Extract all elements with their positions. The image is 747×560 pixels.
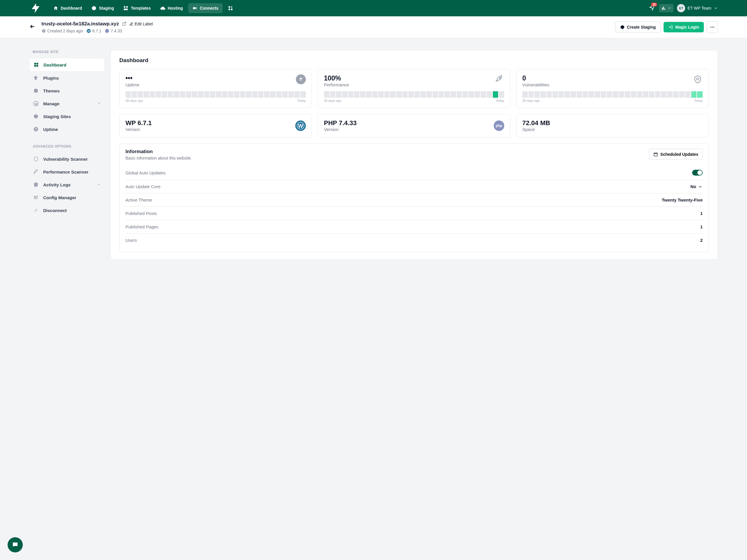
php-icon: php [494,121,504,131]
plug-icon [33,75,39,81]
nav-hosting[interactable]: Hosting [156,3,187,13]
svg-rect-20 [34,65,36,67]
edit-label-button[interactable]: Edit Label [129,22,153,26]
puzzle-icon [33,87,39,94]
chevron-down-icon [668,6,671,10]
sidebar-section-title: MANAGE SITE [29,50,104,54]
team-dropdown[interactable]: ET ET WP Team [677,4,718,12]
sidebar-item-themes[interactable]: Themes [29,84,104,97]
notification-badge: 10 [651,3,657,6]
sidebar-item-manage[interactable]: Manage [29,97,104,110]
info-row-users: Users 2 [126,234,703,247]
svg-text:W: W [298,123,303,129]
chevron-down-icon [698,184,703,189]
wordpress-icon: W [86,29,91,33]
up-arrow-icon [296,74,306,84]
sidebar-item-plugins[interactable]: Plugins [29,72,104,84]
users-value: 2 [700,238,703,243]
space-card[interactable]: 72.04 MB Space [516,114,709,137]
page-title: Dashboard [119,57,709,63]
php-version-label: Version [324,127,357,132]
vulnerabilities-label: Vulnerabilities [522,82,549,87]
chevron-down-icon [97,182,101,187]
notification-button[interactable]: 10 [649,4,655,12]
svg-point-4 [195,7,197,9]
auto-update-core-dropdown[interactable]: No [690,184,703,189]
edit-icon [129,22,133,26]
svg-point-14 [105,29,109,33]
performance-card[interactable]: 100% Performance 30 days agoToday [318,69,510,108]
vulnerabilities-card[interactable]: 0 Vulnerabilities 30 days agoToday [516,69,709,108]
nav-label: Dashboard [61,6,82,10]
clock-icon [42,29,46,33]
nav-label: Hosting [168,6,183,10]
nav-label: Connects [200,6,218,10]
sidebar-label: Staging Sites [43,114,71,119]
sidebar-label: Themes [43,88,60,93]
svg-point-16 [712,27,713,28]
performance-value: 100% [324,74,349,82]
sidebar-item-uptime[interactable]: Uptime [29,123,104,136]
vulnerabilities-value: 0 [522,74,549,82]
svg-rect-1 [126,6,128,7]
chevron-down-icon [97,101,101,106]
top-header: Dashboard Staging Templates Hosting Conn… [0,0,747,16]
sidebar-label: Config Manager [43,195,76,200]
site-info: trusty-ocelot-5e182a.instawp.xyz Edit La… [42,21,615,33]
info-title: Information [126,149,192,155]
sidebar-item-dashboard[interactable]: Dashboard [29,58,104,72]
nav-staging[interactable]: Staging [87,3,118,13]
information-box: Information Basic information about this… [119,143,709,252]
sidebar-item-staging-sites[interactable]: Staging Sites [29,110,104,123]
sidebar-item-performance[interactable]: Performance Scanner [29,165,104,178]
php-version-card[interactable]: PHP 7.4.33 Version php [318,114,510,137]
nav-label: Staging [99,6,114,10]
box-icon [33,113,39,119]
sidebar-item-activity-logs[interactable]: Activity Logs [29,178,104,191]
sidebar-label: Activity Logs [43,182,71,187]
uptime-sparkline [126,91,306,98]
info-row-published-pages: Published Pages 1 [126,220,703,234]
logo-icon[interactable] [29,2,42,15]
header-right: 10 ET ET WP Team [649,4,718,12]
svg-rect-2 [124,9,128,10]
svg-point-29 [697,78,699,80]
more-button[interactable] [707,21,718,33]
nav-label: Templates [131,6,151,10]
sidebar: MANAGE SITE Dashboard Plugins Themes Man… [29,50,104,217]
svg-rect-7 [229,9,230,10]
back-button[interactable] [29,23,35,31]
subheader-actions: Create Staging Magic Login [615,21,718,33]
sidebar-item-disconnect[interactable]: Disconnect [29,204,104,217]
sidebar-item-config-manager[interactable]: Config Manager [29,191,104,204]
info-row-auto-update-core: Auto Update Core No [126,180,703,193]
sidebar-label: Plugins [43,76,59,80]
log-icon [33,181,39,188]
svg-rect-8 [662,8,663,10]
published-pages-value: 1 [700,224,703,229]
svg-rect-10 [664,8,665,10]
scheduled-updates-button[interactable]: Scheduled Updates [649,149,703,160]
external-link-icon[interactable] [122,22,126,26]
sidebar-item-vulnerability[interactable]: Vulnerability Scanner [29,153,104,165]
analytics-dropdown[interactable] [659,4,673,12]
info-row-published-posts: Published Posts 1 [126,207,703,220]
svg-rect-0 [124,6,126,7]
svg-point-17 [714,27,714,28]
info-row-auto-updates: Global Auto Updates [126,166,703,180]
magic-login-button[interactable]: Magic Login [664,22,704,32]
wp-version-card[interactable]: WP 6.7.1 Version W [119,114,312,137]
create-staging-button[interactable]: Create Staging [615,22,661,33]
nav-connects[interactable]: Connects [188,3,223,13]
nav-dashboard[interactable]: Dashboard [49,3,86,13]
uptime-label: Uptime [126,82,139,87]
rocket-icon [33,168,39,175]
global-auto-updates-toggle[interactable] [692,170,703,176]
uptime-card[interactable]: ••• Uptime 30 days agoToday [119,69,312,108]
sidebar-label: Vulnerability Scanner [43,157,88,162]
performance-label: Performance [324,82,349,87]
nav-apps[interactable] [224,3,237,13]
unlink-icon [33,207,39,213]
calendar-icon [653,152,658,157]
nav-templates[interactable]: Templates [119,3,155,13]
